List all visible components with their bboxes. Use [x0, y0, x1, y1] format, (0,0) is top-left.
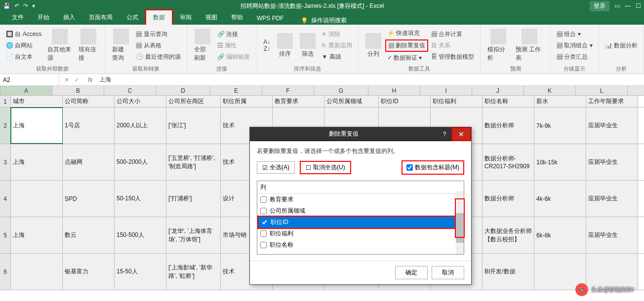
header-cell[interactable]: 公司所属领域: [324, 96, 379, 107]
cell[interactable]: 数云: [63, 217, 115, 253]
cell[interactable]: 数据分析师: [483, 108, 534, 144]
cell[interactable]: 上海: [11, 144, 63, 180]
sort-az-button[interactable]: A↓Z↓: [260, 27, 273, 64]
row-header-2[interactable]: 2: [0, 108, 11, 144]
from-web-button[interactable]: 🌐 自网站: [4, 40, 43, 51]
column-header-F[interactable]: F: [262, 86, 314, 95]
forecast-button[interactable]: 预测 工作表: [513, 27, 546, 64]
from-text-button[interactable]: 📄 自文本: [4, 52, 43, 62]
text-to-columns-button[interactable]: 分列: [362, 27, 384, 64]
row-header-1[interactable]: 1: [0, 96, 11, 107]
header-cell[interactable]: 工作年限要求: [586, 96, 638, 107]
cell[interactable]: 10k-15k: [534, 144, 586, 180]
tab-data[interactable]: 数据: [145, 9, 173, 25]
tab-review[interactable]: 审阅: [173, 10, 199, 25]
list-item[interactable]: 教育要求: [257, 194, 464, 205]
sort-button[interactable]: 排序: [274, 27, 296, 64]
tell-me[interactable]: 💡操作说明搜索: [301, 16, 347, 25]
data-analysis-button[interactable]: 📊 数据分析: [603, 40, 640, 51]
row-header-6[interactable]: 6: [0, 254, 11, 290]
fx-icon[interactable]: fx: [84, 76, 96, 83]
recent-sources-button[interactable]: 🕒 最近使用的源: [134, 52, 182, 62]
header-cell[interactable]: 公司大小: [115, 96, 166, 107]
column-header-C[interactable]: C: [104, 86, 156, 95]
from-other-button[interactable]: 自其他来源: [44, 27, 75, 64]
cell[interactable]: [11, 254, 63, 290]
cell[interactable]: 上海: [11, 217, 63, 253]
cell[interactable]: 150-500人: [115, 217, 166, 253]
cancel-formula-icon[interactable]: ✕: [64, 76, 69, 83]
data-validation-button[interactable]: ✓ 数据验证 ▾: [385, 53, 428, 63]
header-cell[interactable]: 薪水: [534, 96, 586, 107]
name-box[interactable]: A2: [0, 74, 59, 85]
dialog-titlebar[interactable]: 删除重复值 ? ✕: [250, 127, 471, 141]
list-item-checkbox[interactable]: [260, 196, 267, 203]
advanced-filter-button[interactable]: ▼ 高级: [320, 52, 354, 62]
enter-formula-icon[interactable]: ✓: [74, 76, 79, 83]
cell[interactable]: ['打浦桥']: [166, 181, 221, 217]
cell[interactable]: ['龙华', '上海体育场', '万体馆']: [166, 217, 221, 253]
list-item[interactable]: 职位ID: [257, 216, 464, 229]
tab-insert[interactable]: 插入: [56, 10, 82, 25]
column-header-K[interactable]: K: [524, 86, 576, 95]
cell[interactable]: 数据分析师: [483, 181, 534, 217]
cell[interactable]: 4k-6k: [534, 181, 586, 217]
column-header-B[interactable]: B: [52, 86, 104, 95]
cell[interactable]: 应届毕业生: [586, 144, 638, 180]
cell[interactable]: ['上海影城', '新华路', '虹桥']: [166, 254, 221, 290]
maximize-icon[interactable]: ☐: [636, 2, 641, 9]
cell[interactable]: 2000人以上: [115, 108, 166, 144]
new-query-button[interactable]: 新建 查询: [109, 27, 133, 64]
cell[interactable]: 应届毕业生: [586, 108, 638, 144]
tab-formula[interactable]: 公式: [120, 10, 145, 25]
row-header-3[interactable]: 3: [0, 144, 11, 180]
column-header-E[interactable]: E: [210, 86, 262, 95]
connections-button[interactable]: 🔗 连接: [215, 29, 252, 39]
cell[interactable]: 应届毕业生: [586, 181, 638, 217]
tab-layout[interactable]: 页面布局: [82, 10, 120, 25]
filter-button[interactable]: 筛选: [297, 27, 319, 64]
cell[interactable]: SPD: [63, 181, 115, 217]
dialog-close-button[interactable]: ✕: [451, 127, 471, 141]
cell[interactable]: 应届毕业生: [586, 217, 638, 253]
dialog-help-icon[interactable]: ?: [438, 131, 451, 138]
row-header-5[interactable]: 5: [0, 217, 11, 253]
ungroup-button[interactable]: ▦ 取消组合 ▾: [555, 40, 595, 51]
remove-duplicates-button[interactable]: ▦ 删除重复值: [385, 39, 428, 52]
list-item[interactable]: 职位福利: [257, 228, 464, 239]
cell[interactable]: [11, 181, 63, 217]
column-header-I[interactable]: I: [420, 86, 472, 95]
cell[interactable]: ['五里桥', '打浦桥', '制造局路']: [166, 144, 221, 180]
select-all-button[interactable]: ☑全选(A): [257, 161, 295, 174]
flash-fill-button[interactable]: ⚡ 快速填充: [385, 28, 428, 38]
column-header-A[interactable]: A: [0, 86, 52, 95]
header-cell[interactable]: 职位所属: [221, 96, 273, 107]
tab-home[interactable]: 开始: [31, 10, 56, 25]
from-table-button[interactable]: ▦ 从表格: [134, 40, 182, 51]
header-cell[interactable]: 公司简称: [63, 96, 115, 107]
cell[interactable]: 50-150人: [115, 181, 166, 217]
formula-input[interactable]: 上海: [96, 75, 644, 84]
whatif-button[interactable]: 模拟分析: [484, 27, 511, 64]
has-header-checkbox[interactable]: 数据包含标题(M): [402, 160, 464, 175]
minimize-icon[interactable]: —: [625, 2, 631, 9]
existing-conn-button[interactable]: 现有连接: [76, 27, 101, 64]
column-header-M[interactable]: M: [628, 86, 644, 95]
column-header-H[interactable]: H: [368, 86, 420, 95]
group-button[interactable]: ▦ 组合 ▾: [555, 29, 595, 39]
cell[interactable]: 上海: [11, 108, 63, 144]
list-item-checkbox[interactable]: [260, 208, 267, 214]
list-item-checkbox[interactable]: [261, 219, 268, 226]
header-cell[interactable]: 公司所在商区: [166, 96, 221, 107]
login-button[interactable]: 登录: [590, 1, 609, 11]
list-item[interactable]: 职位名称: [257, 239, 464, 251]
header-cell[interactable]: 城市: [11, 96, 63, 107]
tab-help[interactable]: 帮助: [224, 10, 250, 25]
show-queries-button[interactable]: ▦ 显示查询: [134, 29, 182, 39]
deselect-all-button[interactable]: ☐取消全选(U): [300, 161, 351, 174]
redo-icon[interactable]: ↷: [23, 2, 28, 9]
cell[interactable]: BI开发/数据: [483, 254, 534, 290]
qat-more-icon[interactable]: ▾: [32, 2, 35, 9]
cell[interactable]: 大数据业务分析师【数云校招】: [483, 217, 534, 253]
cell[interactable]: 点融网: [63, 144, 115, 180]
